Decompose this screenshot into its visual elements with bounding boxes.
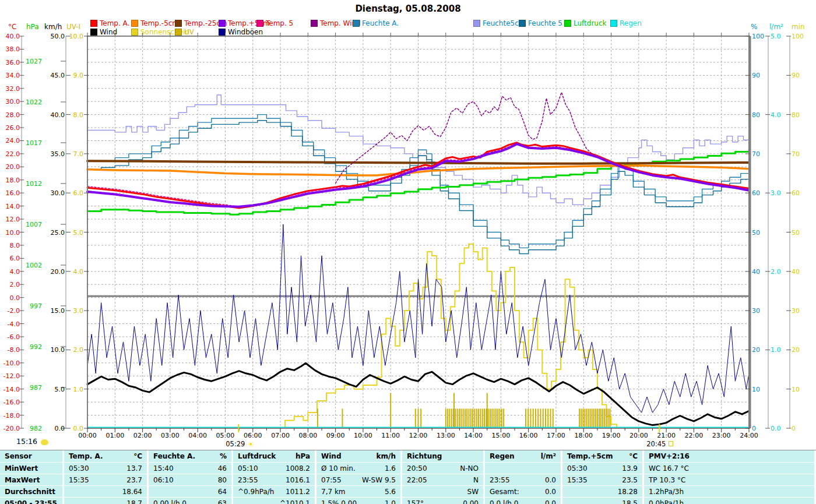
x-tick-label: 02:00: [133, 432, 152, 439]
axis-tick-label: 1017: [26, 139, 42, 147]
x-tick-label: 22:00: [685, 432, 704, 439]
table-cell: 0,0 l/h 00.0: [485, 498, 562, 504]
axis-tick-label: 5.0: [55, 386, 65, 393]
axis-header: %: [751, 23, 757, 31]
cell-value-left: PMV+2:16: [649, 452, 690, 460]
table-cell: 20:50N-NO: [402, 463, 485, 474]
x-tick-label: 01:00: [105, 432, 124, 439]
cell-value-left: Ø 10 min.: [321, 464, 356, 473]
cell-value-right: ^1010.1: [280, 499, 310, 504]
cell-value-right: 5.6: [385, 488, 396, 496]
table-cell: 23:550.0: [485, 474, 562, 485]
x-tick-label: 09:00: [326, 432, 345, 439]
table-cell: 05:101008.2: [233, 463, 316, 474]
cell-value-right: 63: [218, 499, 227, 504]
axis-tick-label: 90: [752, 72, 760, 79]
cell-value-right: 18.5: [622, 499, 638, 504]
axis-tick-label: -8.0: [8, 346, 20, 354]
axis-tick-label: 32.0: [6, 85, 20, 93]
axis-tick-label: 15.0: [51, 307, 65, 315]
row-label: Sensor: [0, 450, 64, 462]
table-cell: 157°0.00: [402, 498, 485, 504]
cell-value-left: Temp.+5cm: [567, 452, 613, 460]
table-cell: 7,7 km5.6: [316, 486, 402, 497]
row-label: MinWert: [0, 463, 64, 474]
axis-tick-label: 2.0: [73, 346, 84, 354]
axis-tick-label: 80: [792, 111, 800, 119]
cell-value-right: 0.0: [545, 476, 556, 484]
x-tick-label: 08:00: [298, 432, 317, 439]
sunset-time: 20:45: [646, 440, 666, 448]
cell-value-left: 05:30: [567, 464, 588, 473]
cell-value-left: TP 10.3 °C: [649, 476, 685, 484]
cell-value-right: 0.0: [545, 488, 556, 496]
cell-value-left: Gesamt:: [490, 488, 519, 496]
axis-tick-label: 30.0: [6, 98, 20, 105]
sunrise-time-label: 05:29☀: [226, 440, 254, 449]
x-tick-label: 24:00: [740, 432, 758, 439]
axis-tick-label: 100: [752, 33, 764, 40]
axis-tick-label: 36.0: [6, 59, 20, 66]
axis-tick-label: 25.0: [51, 229, 65, 237]
x-tick-label: 16:00: [519, 432, 538, 439]
cell-value-left: 06:10: [153, 476, 174, 484]
axis-tick-label: -12.0: [3, 372, 20, 380]
axis-tick-label: 16.0: [6, 189, 20, 197]
axis-tick-label: 7.0: [73, 150, 84, 158]
table-cell: 18.28: [562, 486, 644, 497]
sunrise-sun-icon: ☀: [247, 440, 254, 449]
axis-tick-label: 80: [752, 111, 760, 119]
sunset-time-label: 20:45: [646, 440, 673, 448]
axis-tick-label: 24.0: [6, 137, 20, 144]
cell-value-right: 23.5: [622, 476, 638, 484]
cell-value-left: Temp. A.: [69, 452, 103, 460]
cell-value-right: 13.7: [126, 464, 142, 473]
cell-value-right: 1016.1: [286, 476, 310, 484]
axis-tick-label: 70: [752, 150, 760, 158]
axis-tick-label: -14.0: [3, 386, 20, 393]
table-cell: LuftdruckhPa: [233, 450, 316, 462]
axis-tick-label: -6.0: [8, 333, 20, 341]
axis-tick-label: 3.0: [73, 307, 84, 315]
table-row: MaxWert15:3523.706:108023:551016.107:55W…: [0, 474, 816, 486]
cell-value-left: 0.0hPa/1h: [649, 499, 684, 504]
x-tick-label: 13:00: [437, 432, 455, 439]
axis-header: UV-I: [66, 23, 80, 31]
axis-tick-label: 6.0: [73, 189, 84, 197]
axis-tick-label: 997: [30, 302, 42, 310]
cell-value-right: 0.0: [545, 499, 556, 504]
cell-value-right: 64: [218, 488, 227, 496]
axis-tick-label: 10: [752, 386, 760, 393]
cell-value-left: 23:55: [238, 476, 258, 484]
axis-tick-label: -2.0: [8, 307, 20, 315]
table-cell: ^0.9hPa/h1011.2: [233, 486, 316, 497]
cell-value-right: km/h: [377, 452, 396, 460]
table-cell: Regenl/m²: [485, 450, 562, 462]
table-cell: 23:551016.1: [233, 474, 316, 485]
x-tick-label: 06:00: [244, 432, 262, 439]
axis-tick-label: 22.0: [6, 150, 20, 158]
cell-value-left: Wind: [321, 452, 341, 460]
x-tick-label: 10:00: [354, 432, 372, 439]
table-cell: 05:3013.9: [562, 463, 644, 474]
axis-tick-label: -16.0: [3, 399, 20, 406]
table-cell: Windkm/h: [316, 450, 402, 462]
axis-tick-label: 6.0: [10, 255, 20, 262]
cell-value-right: 18.7: [126, 499, 142, 504]
axis-tick-label: 18.0: [6, 177, 20, 184]
table-cell: 18.7: [64, 498, 149, 504]
axis-tick-label: 1012: [26, 180, 42, 188]
x-tick-label: 11:00: [381, 432, 400, 439]
cell-value-left: Richtung: [407, 452, 442, 460]
row-label: 05:00 - 23:55: [0, 498, 64, 504]
axis-tick-label: 10.0: [6, 229, 20, 237]
table-cell: 15:3523.5: [562, 474, 644, 485]
cell-value-right: %: [220, 452, 227, 460]
axis-tick-label: 4.0: [771, 111, 781, 119]
cell-value-left: Feuchte A.: [153, 452, 195, 460]
axis-tick-label: 38.0: [6, 45, 20, 53]
axis-tick-label: 40: [752, 268, 760, 276]
x-tick-label: 03:00: [161, 432, 180, 439]
table-cell: Feuchte A.%: [149, 450, 233, 462]
cell-value-right: N: [473, 476, 479, 484]
